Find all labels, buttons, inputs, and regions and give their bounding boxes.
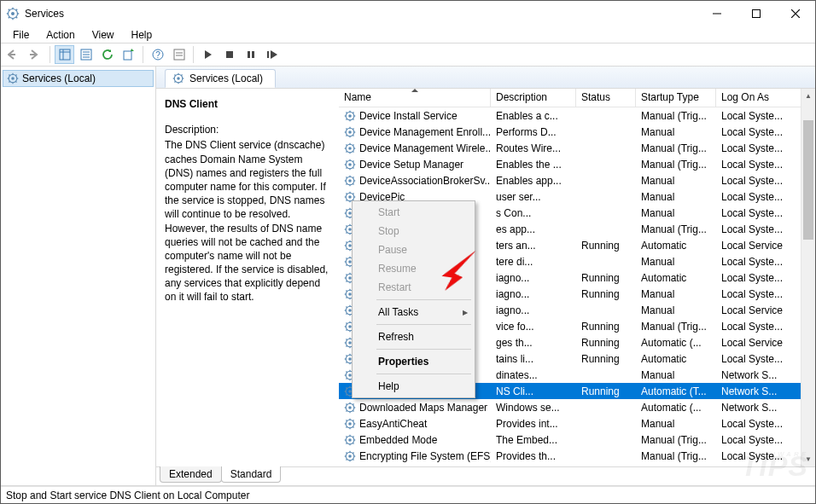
stop-service-button[interactable]	[219, 45, 239, 64]
menu-view[interactable]: View	[85, 28, 121, 42]
menu-action[interactable]: Action	[39, 28, 81, 42]
content-title: Services (Local)	[189, 72, 263, 84]
ctx-refresh[interactable]: Refresh	[354, 327, 473, 346]
svg-text:?: ?	[155, 50, 160, 60]
selected-service-name: DNS Client	[165, 97, 332, 111]
service-startup-type: Manual	[636, 175, 716, 187]
service-row[interactable]: Downloaded Maps ManagerWindows se...Auto…	[339, 399, 815, 415]
service-status: Running	[576, 353, 636, 365]
service-description: Performs D...	[491, 126, 576, 138]
context-menu: Start Stop Pause Resume Restart All Task…	[352, 200, 475, 398]
svg-rect-14	[60, 49, 70, 60]
ctx-resume[interactable]: Resume	[354, 259, 473, 278]
service-name: Downloaded Maps Manager	[359, 402, 487, 414]
service-description: user ser...	[491, 191, 576, 203]
service-startup-type: Automatic (...	[636, 337, 716, 349]
scroll-up-icon[interactable]: ▲	[801, 89, 816, 103]
col-status[interactable]: Status	[576, 89, 636, 107]
service-startup-type: Manual (Trig...	[636, 321, 716, 333]
service-row[interactable]: Device Management Wirele...Routes Wire..…	[339, 140, 815, 156]
service-startup-type: Automatic	[636, 272, 716, 284]
start-service-button[interactable]	[198, 45, 218, 64]
svg-rect-28	[248, 51, 250, 58]
col-name[interactable]: Name	[339, 89, 491, 107]
service-row[interactable]: Encrypting File System (EFS)Provides th.…	[339, 448, 815, 464]
service-description: iagno...	[491, 304, 576, 316]
ctx-stop[interactable]: Stop	[354, 222, 473, 240]
service-startup-type: Manual	[636, 126, 716, 138]
window-title: Services	[25, 8, 697, 20]
toolbar-separator	[143, 46, 143, 63]
service-description: Enables the ...	[491, 159, 576, 171]
service-description: Enables a c...	[491, 110, 576, 122]
restart-service-button[interactable]	[262, 45, 282, 64]
chevron-right-icon: ▶	[463, 309, 468, 316]
refresh-button[interactable]	[97, 45, 117, 64]
service-row[interactable]: Device Management Enroll...Performs D...…	[339, 124, 815, 140]
help-button[interactable]: ?	[148, 45, 167, 64]
service-row[interactable]: Embedded ModeThe Embed...Manual (Trig...…	[339, 432, 815, 448]
vertical-scrollbar[interactable]: ▲ ▼	[801, 89, 815, 466]
service-description: ters an...	[491, 240, 576, 252]
service-row[interactable]: DeviceAssociationBrokerSv...Enables app.…	[339, 172, 815, 188]
forward-button[interactable]	[26, 45, 45, 64]
ctx-separator	[376, 374, 471, 374]
tab-extended[interactable]: Extended	[160, 466, 222, 483]
service-startup-type: Manual (Trig...	[636, 142, 716, 154]
service-startup-type: Manual (Trig...	[636, 159, 716, 171]
service-description: dinates...	[491, 369, 576, 381]
tab-standard[interactable]: Standard	[221, 466, 282, 483]
service-description: es app...	[491, 223, 576, 235]
back-button[interactable]	[4, 45, 24, 64]
minimize-button[interactable]	[697, 1, 737, 26]
service-startup-type: Manual (Trig...	[636, 223, 716, 235]
gear-icon	[344, 126, 356, 138]
export-button[interactable]	[119, 45, 138, 64]
service-row[interactable]: Device Setup ManagerEnables the ...Manua…	[339, 156, 815, 172]
service-startup-type: Manual	[636, 256, 716, 268]
col-description[interactable]: Description	[491, 89, 576, 107]
svg-rect-29	[252, 51, 254, 58]
maximize-button[interactable]	[737, 1, 776, 26]
nav-services-local[interactable]: Services (Local)	[3, 70, 154, 87]
column-headers: Name Description Status Startup Type Log…	[339, 89, 815, 107]
menu-file[interactable]: File	[6, 28, 36, 42]
ctx-all-tasks[interactable]: All Tasks▶	[354, 303, 473, 322]
ctx-pause[interactable]: Pause	[354, 240, 473, 259]
service-description: s Con...	[491, 207, 576, 219]
col-startup-type[interactable]: Startup Type	[636, 89, 716, 107]
svg-rect-30	[267, 51, 269, 58]
service-status: Running	[576, 288, 636, 300]
ctx-properties[interactable]: Properties	[354, 352, 473, 371]
ctx-restart[interactable]: Restart	[354, 278, 473, 297]
gear-icon	[344, 110, 356, 122]
scrollbar-thumb[interactable]	[803, 120, 813, 240]
scroll-down-icon[interactable]: ▼	[801, 452, 816, 466]
gear-icon	[344, 434, 356, 446]
sort-ascending-icon	[411, 89, 418, 92]
service-description: iagno...	[491, 288, 576, 300]
ctx-separator	[376, 349, 471, 350]
service-description: ges th...	[491, 337, 576, 349]
service-startup-type: Manual (Trig...	[636, 450, 716, 462]
service-description: Provides int...	[491, 418, 576, 430]
service-row[interactable]: EasyAntiCheatProvides int...ManualLocal …	[339, 415, 815, 432]
service-status: Running	[576, 385, 636, 397]
ctx-start[interactable]: Start	[354, 203, 473, 222]
description-pane: DNS Client Description: The DNS Client s…	[156, 89, 339, 466]
close-button[interactable]	[776, 1, 815, 26]
menu-help[interactable]: Help	[125, 28, 160, 42]
service-startup-type: Manual	[636, 304, 716, 316]
menu-bar: File Action View Help	[1, 26, 815, 43]
properties-button[interactable]	[76, 45, 96, 64]
pause-service-button[interactable]	[241, 45, 260, 64]
ctx-help[interactable]: Help	[354, 377, 473, 396]
service-row[interactable]: Device Install ServiceEnables a c...Manu…	[339, 107, 815, 124]
description-label: Description:	[165, 123, 332, 136]
content-header-tab[interactable]: Services (Local)	[165, 69, 276, 88]
service-description: Routes Wire...	[491, 142, 576, 154]
service-name: Encrypting File System (EFS)	[359, 450, 491, 462]
show-hide-tree-button[interactable]	[55, 45, 74, 64]
service-description: tere di...	[491, 256, 576, 268]
list-view-button[interactable]	[169, 45, 189, 64]
